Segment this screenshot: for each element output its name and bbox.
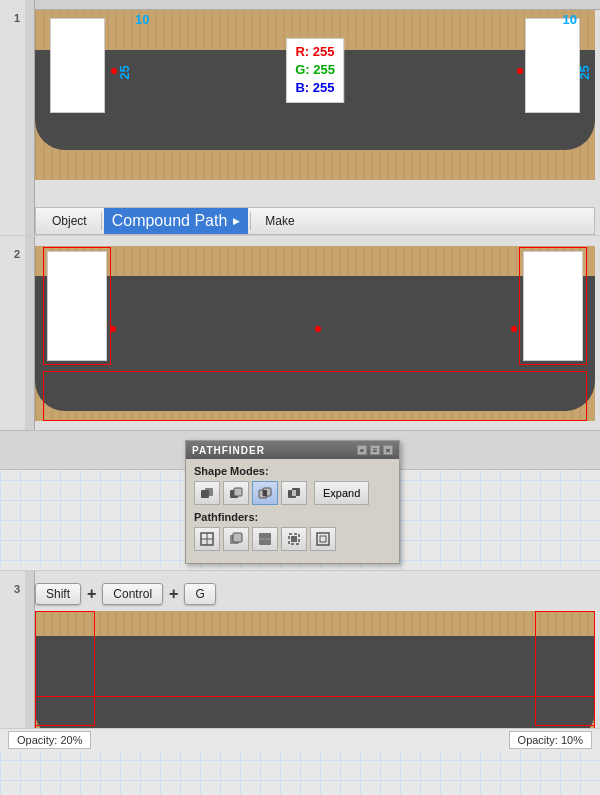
ruler-left-2 (25, 236, 35, 430)
red-outline-right (519, 247, 587, 365)
dim-dot-3 (110, 326, 116, 332)
panel-titlebar: PATHFINDER « ≡ × (186, 441, 399, 459)
panel-menu-button[interactable]: ≡ (370, 445, 380, 455)
panel-controls: « ≡ × (357, 445, 393, 455)
dim-dot-5 (511, 326, 517, 332)
section-number-2: 2 (14, 248, 20, 260)
panel-title: PATHFINDER (192, 445, 265, 456)
section-1: 1 10 10 25 25 R: 255 G: 255 B: 255 Objec… (0, 0, 600, 235)
pathfinder-merge[interactable] (252, 527, 278, 551)
pathfinder-trim[interactable] (223, 527, 249, 551)
ruler-top-1 (35, 0, 600, 10)
color-g: G: 255 (295, 61, 335, 79)
menu-compound-path-label: Compound Path (112, 212, 228, 230)
ruler-left-1 (25, 0, 35, 235)
pathfinders-row (194, 527, 391, 551)
section-2: 2 (0, 235, 600, 430)
shortcut-bar: Shift + Control + G (35, 581, 595, 607)
pathfinder-outline[interactable] (310, 527, 336, 551)
white-rect-right-1 (525, 18, 580, 113)
expand-button[interactable]: Expand (314, 481, 369, 505)
dim-top-right: 10 (563, 12, 577, 27)
svg-rect-19 (317, 533, 329, 545)
color-b: B: 255 (295, 79, 335, 97)
menu-compound-path[interactable]: Compound Path ▶ (104, 208, 249, 234)
status-bar: Opacity: 20% Opacity: 10% (0, 728, 600, 750)
white-rect-left-1 (50, 18, 105, 113)
canvas-2 (35, 246, 595, 421)
expand-label: Expand (323, 487, 360, 499)
dim-dot-4 (315, 326, 321, 332)
panel-collapse-button[interactable]: « (357, 445, 367, 455)
menu-sep-1 (101, 212, 102, 230)
ruler-left-3 (25, 571, 35, 750)
canvas-1: 10 10 25 25 R: 255 G: 255 B: 255 (35, 10, 595, 180)
red-outline-bottom (43, 371, 587, 421)
section-number-1: 1 (14, 12, 20, 24)
svg-rect-3 (234, 488, 242, 496)
shape-modes-row: Expand (194, 481, 391, 505)
section-number-3: 3 (14, 583, 20, 595)
shape-mode-minus-front[interactable] (223, 481, 249, 505)
shift-key: Shift (35, 583, 81, 605)
menu-make[interactable]: Make (253, 208, 306, 234)
canvas-3 (35, 611, 595, 741)
dim-top-left: 10 (135, 12, 149, 27)
plus-2: + (169, 585, 178, 603)
dim-left: 25 (117, 65, 132, 79)
plus-1: + (87, 585, 96, 603)
pathfinders-label: Pathfinders: (194, 511, 391, 523)
control-key: Control (102, 583, 163, 605)
svg-rect-18 (291, 536, 297, 542)
svg-rect-20 (320, 536, 326, 542)
section-3: 3 Shift + Control + G Opacity: 20% Opaci… (0, 570, 600, 750)
svg-rect-9 (292, 490, 296, 496)
svg-rect-14 (233, 533, 242, 542)
dim-right: 25 (576, 65, 591, 79)
svg-rect-1 (205, 488, 213, 496)
menu-arrow-icon: ▶ (233, 216, 240, 226)
status-opacity-right: Opacity: 10% (509, 731, 592, 749)
shape-mode-intersect[interactable] (252, 481, 278, 505)
shape-mode-exclude[interactable] (281, 481, 307, 505)
menu-sep-2 (250, 212, 251, 230)
shape-modes-label: Shape Modes: (194, 465, 391, 477)
panel-body: Shape Modes: (186, 459, 399, 563)
color-tooltip: R: 255 G: 255 B: 255 (286, 38, 344, 103)
color-r: R: 255 (295, 43, 335, 61)
pathfinder-panel: PATHFINDER « ≡ × Shape Modes: (185, 440, 400, 564)
menu-object[interactable]: Object (40, 208, 99, 234)
svg-rect-6 (263, 490, 267, 496)
menu-bar: Object Compound Path ▶ Make (35, 207, 595, 235)
red-outline-left (43, 247, 111, 365)
pathfinder-divide[interactable] (194, 527, 220, 551)
dim-dot-1 (111, 68, 117, 74)
dim-dot-2 (517, 68, 523, 74)
shape-mode-unite[interactable] (194, 481, 220, 505)
g-key: G (184, 583, 215, 605)
status-opacity-left: Opacity: 20% (8, 731, 91, 749)
pathfinder-crop[interactable] (281, 527, 307, 551)
panel-close-button[interactable]: × (383, 445, 393, 455)
